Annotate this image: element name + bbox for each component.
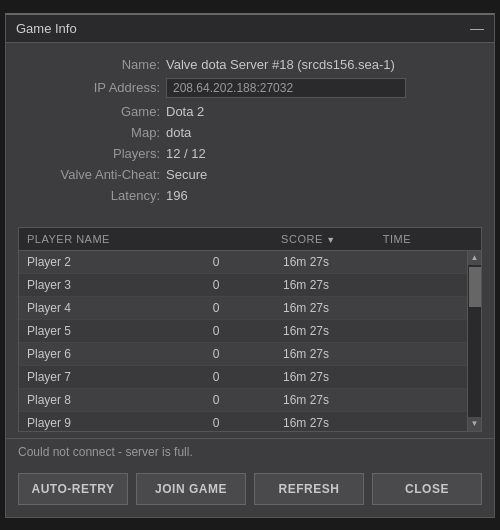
player-time-cell: 16m 27s: [275, 273, 467, 296]
player-name-cell: Player 7: [19, 365, 205, 388]
player-time-cell: 16m 27s: [275, 296, 467, 319]
scroll-track[interactable]: [468, 309, 481, 417]
player-score-cell: 0: [205, 342, 275, 365]
scrollbar[interactable]: ▲ ▼: [467, 251, 481, 431]
refresh-button[interactable]: REFRESH: [254, 473, 364, 505]
game-value: Dota 2: [166, 104, 204, 119]
auto-retry-button[interactable]: AUTO-RETRY: [18, 473, 128, 505]
ip-label: IP Address:: [26, 80, 166, 95]
player-time-cell: 16m 27s: [275, 251, 467, 274]
players-table: PLAYER NAME SCORE ▼ TIME: [19, 228, 481, 251]
player-name-cell: Player 6: [19, 342, 205, 365]
sort-arrow-icon: ▼: [326, 235, 335, 245]
map-label: Map:: [26, 125, 166, 140]
player-time-cell: 16m 27s: [275, 319, 467, 342]
table-row: Player 2 0 16m 27s: [19, 251, 467, 274]
players-table-wrapper: PLAYER NAME SCORE ▼ TIME Player 2 0 16m …: [18, 227, 482, 432]
vac-label: Valve Anti-Cheat:: [26, 167, 166, 182]
scroll-up-button[interactable]: ▲: [468, 251, 481, 265]
player-score-cell: 0: [205, 296, 275, 319]
join-game-button[interactable]: JOIN GAME: [136, 473, 246, 505]
scroll-thumb[interactable]: [469, 267, 481, 307]
player-time-cell: 16m 27s: [275, 411, 467, 431]
player-name-cell: Player 8: [19, 388, 205, 411]
game-label: Game:: [26, 104, 166, 119]
player-name-cell: Player 5: [19, 319, 205, 342]
table-header-row: PLAYER NAME SCORE ▼ TIME: [19, 228, 481, 251]
server-info-section: Name: Valve dota Server #18 (srcds156.se…: [6, 43, 494, 219]
player-name-cell: Player 4: [19, 296, 205, 319]
status-message: Could not connect - server is full.: [18, 445, 193, 459]
latency-value: 196: [166, 188, 188, 203]
minimize-button[interactable]: —: [470, 21, 484, 35]
table-row: Player 8 0 16m 27s: [19, 388, 467, 411]
player-score-cell: 0: [205, 411, 275, 431]
player-name-cell: Player 3: [19, 273, 205, 296]
players-value: 12 / 12: [166, 146, 206, 161]
player-time-cell: 16m 27s: [275, 342, 467, 365]
name-value: Valve dota Server #18 (srcds156.sea-1): [166, 57, 395, 72]
vac-value: Secure: [166, 167, 207, 182]
latency-label: Latency:: [26, 188, 166, 203]
name-row: Name: Valve dota Server #18 (srcds156.se…: [26, 57, 474, 72]
player-score-cell: 0: [205, 365, 275, 388]
ip-row: IP Address:: [26, 78, 474, 98]
player-score-cell: 0: [205, 319, 275, 342]
table-row: Player 4 0 16m 27s: [19, 296, 467, 319]
close-button[interactable]: CLOSE: [372, 473, 482, 505]
status-bar: Could not connect - server is full.: [6, 438, 494, 465]
players-row: Players: 12 / 12: [26, 146, 474, 161]
table-row: Player 6 0 16m 27s: [19, 342, 467, 365]
player-score-cell: 0: [205, 273, 275, 296]
player-name-cell: Player 2: [19, 251, 205, 274]
col-header-score[interactable]: SCORE ▼: [273, 228, 375, 251]
button-row: AUTO-RETRY JOIN GAME REFRESH CLOSE: [6, 465, 494, 517]
col-header-time: TIME: [375, 228, 481, 251]
vac-row: Valve Anti-Cheat: Secure: [26, 167, 474, 182]
col-header-player: PLAYER NAME: [19, 228, 273, 251]
table-row: Player 5 0 16m 27s: [19, 319, 467, 342]
game-info-window: Game Info — Name: Valve dota Server #18 …: [5, 13, 495, 518]
player-score-cell: 0: [205, 251, 275, 274]
player-time-cell: 16m 27s: [275, 365, 467, 388]
title-bar: Game Info —: [6, 15, 494, 43]
players-label: Players:: [26, 146, 166, 161]
table-body-wrapper: Player 2 0 16m 27s Player 3 0 16m 27s Pl…: [19, 251, 467, 431]
name-label: Name:: [26, 57, 166, 72]
players-table-body: Player 2 0 16m 27s Player 3 0 16m 27s Pl…: [19, 251, 467, 431]
player-time-cell: 16m 27s: [275, 388, 467, 411]
ip-input[interactable]: [166, 78, 406, 98]
table-row: Player 9 0 16m 27s: [19, 411, 467, 431]
map-value: dota: [166, 125, 191, 140]
player-score-cell: 0: [205, 388, 275, 411]
table-row: Player 7 0 16m 27s: [19, 365, 467, 388]
latency-row: Latency: 196: [26, 188, 474, 203]
scroll-down-button[interactable]: ▼: [468, 417, 481, 431]
table-row: Player 3 0 16m 27s: [19, 273, 467, 296]
map-row: Map: dota: [26, 125, 474, 140]
game-row: Game: Dota 2: [26, 104, 474, 119]
window-title: Game Info: [16, 21, 77, 36]
table-scroll-container: Player 2 0 16m 27s Player 3 0 16m 27s Pl…: [19, 251, 481, 431]
player-name-cell: Player 9: [19, 411, 205, 431]
